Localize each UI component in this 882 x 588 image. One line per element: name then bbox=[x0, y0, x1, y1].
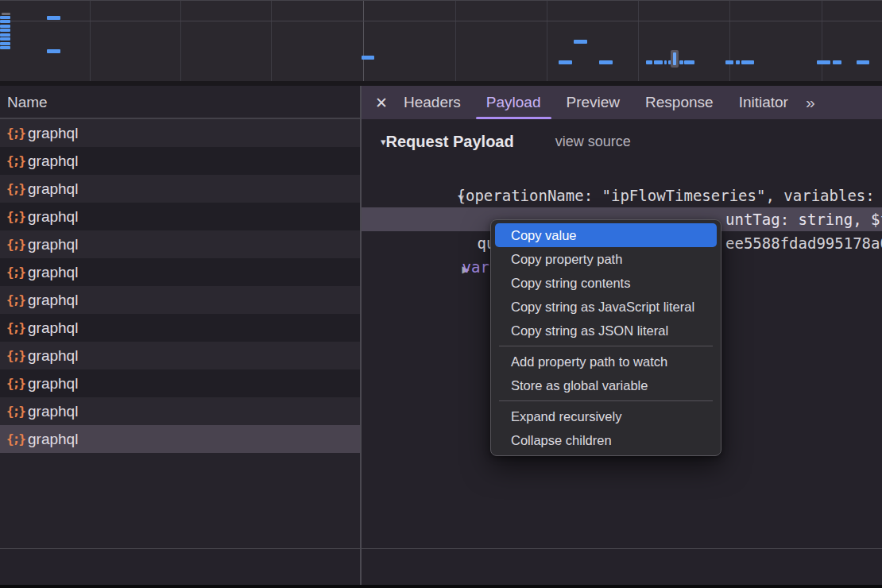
json-request-icon: {;} bbox=[6, 376, 28, 391]
request-row[interactable]: {;}graphql bbox=[0, 203, 360, 230]
timeline-request-bar bbox=[0, 37, 10, 41]
json-request-icon: {;} bbox=[6, 209, 28, 224]
overview-gridline bbox=[180, 1, 181, 81]
details-tab-bar: ✕ HeadersPayloadPreviewResponseInitiator… bbox=[362, 86, 882, 119]
overview-gridline bbox=[455, 1, 456, 81]
tabs-group: HeadersPayloadPreviewResponseInitiator bbox=[391, 86, 801, 119]
context-menu-item[interactable]: Copy string as JavaScript literal bbox=[495, 295, 717, 319]
close-icon: ✕ bbox=[375, 95, 388, 111]
tab-payload[interactable]: Payload bbox=[474, 86, 554, 119]
tab-response[interactable]: Response bbox=[632, 86, 726, 119]
json-request-icon: {;} bbox=[6, 153, 28, 168]
request-row[interactable]: {;}graphql bbox=[0, 258, 360, 286]
operation-name-row[interactable]: operationName: "ipFlowTimeseries" bbox=[362, 184, 882, 207]
request-row[interactable]: {;}graphql bbox=[0, 425, 360, 453]
request-name-label: graphql bbox=[28, 264, 78, 281]
request-row[interactable]: {;}graphql bbox=[0, 175, 360, 203]
context-menu-item[interactable]: Collapse children bbox=[495, 428, 717, 452]
json-request-icon: {;} bbox=[6, 126, 28, 141]
bottom-window-edge bbox=[0, 585, 882, 588]
payload-preview-row[interactable]: ▼{operationName: "ipFlowTimeseries", var… bbox=[362, 160, 882, 184]
timeline-request-bar bbox=[559, 60, 572, 64]
timeline-request-bar bbox=[362, 56, 374, 60]
timeline-request-bar bbox=[0, 20, 10, 23]
more-tabs-icon[interactable]: » bbox=[806, 93, 814, 112]
overview-gridline bbox=[90, 1, 91, 81]
request-row[interactable]: {;}graphql bbox=[0, 230, 360, 258]
variables-right-text: ee5588fdad995178a0 bbox=[725, 231, 882, 255]
context-menu-item[interactable]: Copy string contents bbox=[495, 271, 717, 295]
name-column-header[interactable]: Name bbox=[0, 86, 360, 119]
context-menu-item[interactable]: Add property path to watch bbox=[495, 350, 717, 373]
timeline-request-bar bbox=[47, 49, 60, 53]
overview-gridline bbox=[822, 1, 822, 81]
request-row[interactable]: {;}graphql bbox=[0, 397, 360, 425]
context-menu-item[interactable]: Copy value bbox=[495, 223, 717, 247]
twisty-right-icon[interactable]: ▶ bbox=[435, 257, 462, 281]
tab-label: Preview bbox=[567, 94, 621, 110]
request-row[interactable]: {;}graphql bbox=[0, 369, 360, 397]
timeline-request-bar bbox=[654, 60, 663, 64]
timeline-request-bar bbox=[684, 60, 694, 64]
timeline-request-bar bbox=[833, 60, 841, 64]
overview-gridline bbox=[547, 1, 547, 81]
request-name-label: graphql bbox=[28, 180, 78, 198]
json-request-icon: {;} bbox=[6, 348, 28, 363]
tab-label: Response bbox=[645, 94, 714, 110]
timeline-request-bar bbox=[0, 16, 10, 19]
context-menu: Copy valueCopy property pathCopy string … bbox=[490, 219, 721, 456]
timeline-request-bar bbox=[0, 42, 10, 45]
request-payload-title: Request Payload bbox=[386, 133, 514, 151]
context-menu-item[interactable]: Copy property path bbox=[495, 247, 717, 271]
request-row[interactable]: {;}graphql bbox=[0, 342, 360, 369]
tab-label: Headers bbox=[404, 94, 461, 110]
tab-initiator[interactable]: Initiator bbox=[726, 86, 801, 119]
query-row-right-text: untTag: string, $f bbox=[725, 207, 882, 231]
timeline-request-bar bbox=[679, 60, 683, 64]
timeline-request-bar bbox=[736, 60, 740, 64]
request-name-label: graphql bbox=[28, 431, 78, 448]
json-request-icon: {;} bbox=[6, 181, 28, 196]
view-source-link[interactable]: view source bbox=[555, 133, 631, 150]
footer-vertical-divider bbox=[360, 549, 362, 585]
network-overview-timeline[interactable] bbox=[0, 0, 882, 81]
timeline-request-bar bbox=[664, 60, 667, 64]
request-row[interactable]: {;}graphql bbox=[0, 119, 360, 147]
timeline-request-bar bbox=[599, 60, 613, 64]
request-row[interactable]: {;}graphql bbox=[0, 314, 360, 342]
json-request-icon: {;} bbox=[6, 265, 28, 280]
overview-gridline bbox=[363, 1, 364, 81]
timeline-request-bar bbox=[574, 40, 587, 44]
request-payload-section-header[interactable]: ▾ Request Payload view source bbox=[362, 127, 631, 156]
timeline-request-bar bbox=[725, 60, 733, 64]
context-menu-item[interactable]: Copy string as JSON literal bbox=[495, 319, 717, 342]
close-details-button[interactable]: ✕ bbox=[372, 94, 391, 112]
request-name-label: graphql bbox=[28, 375, 78, 393]
tab-preview[interactable]: Preview bbox=[554, 86, 633, 119]
devtools-network-panel: Name {;}graphql{;}graphql{;}graphql{;}gr… bbox=[0, 0, 882, 588]
overview-gridline bbox=[729, 1, 730, 81]
request-name-label: graphql bbox=[28, 292, 78, 309]
json-request-icon: {;} bbox=[6, 431, 28, 447]
timeline-request-bar bbox=[0, 29, 10, 32]
context-menu-item[interactable]: Expand recursively bbox=[495, 404, 717, 428]
timeline-request-bar bbox=[2, 13, 10, 15]
timeline-request-bar bbox=[0, 33, 10, 37]
active-tab-underline bbox=[476, 117, 551, 119]
request-row[interactable]: {;}graphql bbox=[0, 286, 360, 314]
timeline-request-bar bbox=[817, 60, 830, 64]
timeline-request-bar bbox=[0, 25, 10, 28]
request-name-label: graphql bbox=[28, 236, 78, 253]
json-request-icon: {;} bbox=[6, 404, 28, 419]
request-row[interactable]: {;}graphql bbox=[0, 147, 360, 175]
timeline-request-bar bbox=[0, 46, 10, 49]
request-name-label: graphql bbox=[28, 125, 78, 142]
request-name-label: graphql bbox=[28, 347, 78, 365]
context-menu-separator bbox=[499, 400, 713, 401]
context-menu-separator bbox=[499, 346, 713, 346]
overview-gridline bbox=[638, 1, 639, 81]
overview-gridline bbox=[271, 1, 272, 81]
tab-headers[interactable]: Headers bbox=[391, 86, 474, 119]
requests-table: Name {;}graphql{;}graphql{;}graphql{;}gr… bbox=[0, 86, 360, 548]
context-menu-item[interactable]: Store as global variable bbox=[495, 373, 717, 397]
